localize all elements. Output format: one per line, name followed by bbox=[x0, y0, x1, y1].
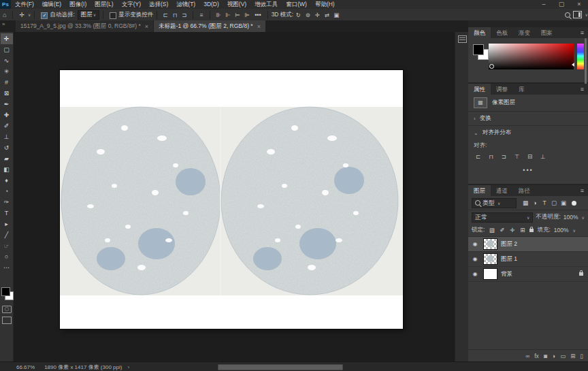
collapsed-history-panel-icon[interactable] bbox=[458, 35, 467, 43]
tool-preset-caret-icon[interactable]: ∨ bbox=[28, 12, 31, 17]
menu-item[interactable]: 文件(F) bbox=[11, 0, 38, 9]
move-tool-icon[interactable]: ✛ bbox=[16, 12, 27, 18]
align-icon[interactable]: ⊟ bbox=[525, 153, 534, 160]
panel-tab[interactable]: 属性 bbox=[468, 84, 491, 95]
menu-item[interactable]: 视图(V) bbox=[223, 0, 250, 9]
layer-filter-dropdown[interactable]: 类型 ∨ bbox=[472, 198, 517, 208]
tool-button[interactable]: ✒ bbox=[1, 99, 13, 110]
align-distribute-section-header[interactable]: ⌄ 对齐并分布 bbox=[468, 126, 588, 140]
panel-menu-icon[interactable]: ≡ bbox=[576, 185, 588, 196]
blend-mode-dropdown[interactable]: 正常 ∨ bbox=[472, 212, 533, 223]
tool-button[interactable]: ☞ bbox=[1, 240, 13, 251]
menu-item[interactable]: 窗口(W) bbox=[282, 0, 311, 9]
chevron-down-icon[interactable]: ∨ bbox=[582, 215, 585, 220]
hue-slider[interactable] bbox=[577, 44, 584, 69]
layer-row[interactable]: ◉ 图层 1 bbox=[468, 252, 588, 267]
align-icon[interactable]: ⊥ bbox=[538, 153, 547, 160]
tool-button[interactable]: ✑ bbox=[1, 197, 13, 208]
status-caret-icon[interactable]: › bbox=[127, 364, 129, 370]
close-tab-icon[interactable]: × bbox=[257, 23, 261, 30]
panel-menu-icon[interactable]: ≡ bbox=[576, 84, 588, 95]
panel-tab[interactable]: 调整 bbox=[491, 84, 513, 95]
tool-button[interactable]: ○ bbox=[1, 251, 13, 262]
document-tab[interactable]: 未标题-1 @ 66.7% (图层 2, RGB/8) * × bbox=[154, 20, 265, 32]
tool-button[interactable]: ⋯ bbox=[1, 262, 13, 273]
chevron-down-icon[interactable]: ∨ bbox=[573, 228, 576, 233]
layer-row[interactable]: ◉ 图层 2 bbox=[468, 237, 588, 252]
lock-option-icon[interactable]: ⊞ bbox=[519, 227, 526, 233]
tool-button[interactable]: ↺ bbox=[1, 142, 13, 153]
align-icon[interactable]: ⊏ bbox=[474, 153, 483, 160]
layer-filter-icon[interactable]: ▢ bbox=[549, 199, 559, 206]
lock-option-icon[interactable]: ✐ bbox=[498, 227, 506, 233]
layers-panel-button[interactable]: ▭ bbox=[560, 353, 566, 359]
close-tab-icon[interactable]: × bbox=[145, 23, 148, 30]
tool-button[interactable]: ⊥ bbox=[1, 131, 13, 142]
canvas-document[interactable] bbox=[60, 70, 403, 329]
tool-button[interactable]: ✚ bbox=[1, 110, 13, 120]
distribute-icon[interactable]: ⊨ bbox=[233, 12, 242, 18]
maximize-button[interactable]: ▢ bbox=[553, 0, 570, 9]
fill-value[interactable]: 100% bbox=[554, 227, 569, 233]
screen-mode-button[interactable] bbox=[2, 317, 12, 324]
layer-row[interactable]: ◉ 背景 bbox=[468, 267, 588, 282]
tool-button[interactable]: ◔ bbox=[1, 186, 13, 197]
lock-all-icon[interactable] bbox=[529, 229, 534, 232]
layer-filter-icon[interactable]: T bbox=[540, 199, 549, 206]
panel-tab[interactable]: 图层 bbox=[468, 185, 491, 196]
layer-visibility-icon[interactable]: ◉ bbox=[470, 256, 480, 262]
tool-button[interactable]: # bbox=[1, 77, 13, 88]
distribute-icon[interactable]: ⊫ bbox=[242, 12, 252, 18]
layer-thumbnail[interactable] bbox=[483, 238, 497, 250]
document-tab[interactable]: 15179_A_9_5.jpg @ 33.3% (图层 0, RGB/8#) *… bbox=[16, 20, 153, 32]
layer-thumbnail[interactable] bbox=[483, 253, 497, 265]
layer-filter-icon[interactable]: ◑ bbox=[530, 199, 540, 206]
3d-mode-icon[interactable]: ▣ bbox=[331, 12, 341, 18]
align-icon[interactable]: ⊓ bbox=[487, 153, 495, 160]
quick-mask-button[interactable] bbox=[2, 306, 12, 313]
foreground-color-swatch[interactable] bbox=[473, 44, 484, 55]
menu-item[interactable]: 图层(L) bbox=[91, 0, 117, 9]
tool-button[interactable]: ╱ bbox=[1, 229, 13, 240]
horizontal-scrollbar[interactable] bbox=[218, 364, 343, 370]
layers-panel-button[interactable]: ▯ bbox=[580, 353, 583, 359]
tool-button[interactable]: ▢ bbox=[1, 44, 13, 55]
layer-visibility-icon[interactable]: ◉ bbox=[470, 271, 480, 277]
distribute-icon[interactable]: ⊩ bbox=[223, 12, 233, 18]
opacity-value[interactable]: 100% bbox=[564, 214, 578, 221]
menu-item[interactable]: 滤镜(T) bbox=[172, 0, 199, 9]
menu-item[interactable]: 增效工具 bbox=[250, 0, 282, 9]
foreground-color-swatch[interactable] bbox=[1, 287, 10, 296]
menu-item[interactable]: 帮助(H) bbox=[311, 0, 339, 9]
lock-option-icon[interactable]: ▨ bbox=[488, 227, 495, 233]
panel-tab[interactable]: 库 bbox=[513, 84, 530, 95]
close-button[interactable]: × bbox=[570, 0, 588, 9]
layers-panel-button[interactable]: ◙ bbox=[544, 353, 547, 359]
workspace-icon[interactable] bbox=[573, 11, 582, 18]
tool-button[interactable]: ⊠ bbox=[1, 88, 13, 99]
menu-item[interactable]: 3D(D) bbox=[199, 0, 223, 9]
panel-scrollbar[interactable] bbox=[585, 38, 587, 84]
more-align-options-icon[interactable]: ••• bbox=[468, 163, 588, 178]
align-icon[interactable]: ≡ bbox=[197, 12, 206, 18]
panel-tab[interactable]: 路径 bbox=[513, 185, 536, 196]
menu-item[interactable]: 编辑(E) bbox=[38, 0, 65, 9]
lock-option-icon[interactable]: ✛ bbox=[508, 227, 516, 233]
align-icon[interactable]: ⊐ bbox=[500, 153, 508, 160]
search-icon[interactable] bbox=[565, 12, 570, 18]
zoom-level[interactable]: 66.67% bbox=[16, 364, 35, 370]
panel-tab[interactable]: 渐变 bbox=[513, 27, 536, 38]
tool-button[interactable]: T bbox=[1, 208, 13, 219]
3d-mode-icon[interactable]: ⇄ bbox=[322, 12, 331, 18]
tool-button[interactable]: ✛ bbox=[1, 33, 13, 44]
show-transform-checkbox[interactable] bbox=[110, 12, 116, 19]
3d-mode-icon[interactable]: ⊚ bbox=[303, 12, 312, 18]
home-icon[interactable]: ⌂ bbox=[0, 12, 9, 18]
layer-visibility-icon[interactable]: ◉ bbox=[470, 241, 480, 247]
layer-thumbnail[interactable] bbox=[483, 268, 497, 280]
align-icon[interactable]: ⊤ bbox=[512, 153, 521, 160]
distribute-icon[interactable]: ⊪ bbox=[214, 12, 223, 18]
align-icon[interactable]: ⊐ bbox=[180, 12, 189, 18]
saturation-brightness-field[interactable] bbox=[489, 44, 574, 69]
3d-mode-icon[interactable]: ✛ bbox=[312, 12, 322, 18]
